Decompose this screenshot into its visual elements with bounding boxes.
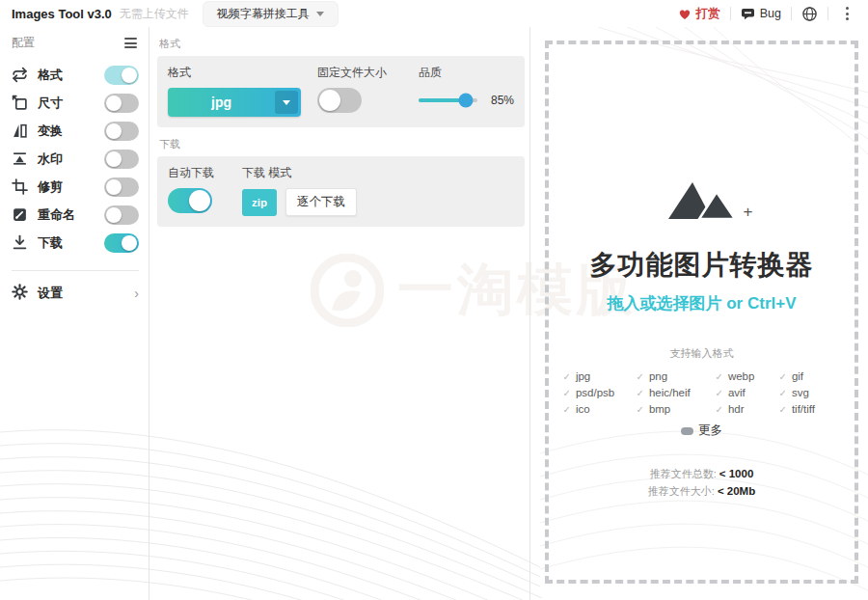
format-select-value: jpg <box>168 95 275 110</box>
sidebar-header: 配置 <box>12 35 139 51</box>
download-section-title: 下载 <box>159 137 525 151</box>
crop-icon <box>12 178 28 195</box>
image-dropzone[interactable]: + 多功能图片转换器 拖入或选择图片 or Ctrl+V 支持输入格式 ✓jpg… <box>545 41 858 584</box>
dropzone-content: + 多功能图片转换器 拖入或选择图片 or Ctrl+V 支持输入格式 ✓jpg… <box>549 44 854 500</box>
sidebar-item-label: 变换 <box>38 123 63 140</box>
chevron-down-icon <box>316 12 324 16</box>
format-item: ✓jpg <box>563 370 637 382</box>
sidebar-item-settings[interactable]: 设置 › <box>12 279 139 308</box>
bug-bubble-icon <box>741 8 755 20</box>
config-panel: 格式 格式 jpg 固定文件大小 品质 <box>150 27 529 600</box>
gear-icon <box>12 284 28 304</box>
auto-download-toggle[interactable] <box>168 188 212 213</box>
sidebar-item-transform[interactable]: 变换 <box>12 117 139 145</box>
sidebar-item-watermark[interactable]: 水印 <box>12 145 139 173</box>
tool-switcher-label: 视频字幕拼接工具 <box>217 6 310 22</box>
sidebar-item-resize[interactable]: 尺寸 <box>12 89 139 117</box>
format-fields-row: 格式 jpg 固定文件大小 品质 <box>168 65 514 117</box>
more-menu-button[interactable] <box>838 5 856 22</box>
format-item: ✓gif <box>779 370 841 382</box>
sidebar-item-download[interactable]: 下载 <box>12 229 139 257</box>
donate-button[interactable]: 打赏 <box>678 6 720 22</box>
bug-report-button[interactable]: Bug <box>741 7 781 20</box>
download-icon <box>12 234 28 251</box>
donate-heart-icon <box>678 8 692 20</box>
rename-edit-icon <box>12 206 28 223</box>
fixed-size-toggle[interactable] <box>317 88 362 113</box>
settings-label: 设置 <box>38 285 63 302</box>
recommend-size-value: < 20Mb <box>718 485 755 497</box>
collapse-menu-icon[interactable] <box>122 36 139 50</box>
supported-formats-grid: ✓jpg ✓png ✓webp ✓gif ✓psd/psb ✓heic/heif… <box>563 370 841 415</box>
quality-value: 85% <box>485 94 514 107</box>
sidebar-item-format[interactable]: 格式 <box>12 61 139 89</box>
check-icon: ✓ <box>563 388 571 398</box>
app-tagline: 无需上传文件 <box>120 6 189 22</box>
mode-each-button[interactable]: 逐个下载 <box>285 188 357 216</box>
recommend-size-label: 推荐文件大小: <box>648 485 715 497</box>
auto-download-field: 自动下载 <box>168 165 228 216</box>
quality-slider[interactable] <box>419 98 477 102</box>
top-header: Images Tool v3.0 无需上传文件 视频字幕拼接工具 打赏 Bug <box>0 0 868 27</box>
more-label: 更多 <box>698 423 722 439</box>
dropzone-subtitle: 拖入或选择图片 or Ctrl+V <box>549 292 854 314</box>
check-icon: ✓ <box>637 404 644 415</box>
format-toggle[interactable] <box>104 66 139 85</box>
transform-toggle[interactable] <box>104 122 139 141</box>
check-icon: ✓ <box>779 404 787 415</box>
header-actions: 打赏 Bug <box>678 5 856 22</box>
check-icon: ✓ <box>779 388 787 398</box>
bug-label: Bug <box>760 7 781 20</box>
more-formats-button[interactable]: 更多 <box>549 423 854 439</box>
mode-zip-button[interactable]: zip <box>242 189 277 216</box>
sidebar-divider <box>12 270 139 271</box>
flip-transform-icon <box>12 123 28 139</box>
watermark-icon <box>12 150 28 167</box>
check-icon: ✓ <box>716 371 723 382</box>
language-globe-icon[interactable] <box>801 6 818 22</box>
fixed-size-field: 固定文件大小 <box>317 65 404 117</box>
panel-divider <box>529 27 530 600</box>
download-mode-buttons: zip 逐个下载 <box>242 188 357 216</box>
fixed-size-label: 固定文件大小 <box>317 65 404 81</box>
format-section-title: 格式 <box>159 37 525 51</box>
format-item: ✓heic/heif <box>637 387 716 398</box>
download-mode-label: 下载 模式 <box>242 165 357 181</box>
format-select[interactable]: jpg <box>168 88 301 117</box>
donate-label: 打赏 <box>696 6 720 22</box>
config-sidebar: 配置 格式 尺寸 <box>0 27 149 600</box>
more-pill-icon <box>681 427 693 435</box>
sidebar-item-crop[interactable]: 修剪 <box>12 173 139 201</box>
crop-toggle[interactable] <box>104 177 139 197</box>
download-mode-field: 下载 模式 zip 逐个下载 <box>242 165 357 216</box>
format-item: ✓bmp <box>637 403 716 415</box>
recommend-count-line: 推荐文件总数:< 1000 <box>549 465 854 482</box>
resize-toggle[interactable] <box>104 94 139 113</box>
app-title: Images Tool v3.0 <box>12 7 112 21</box>
sidebar-item-label: 修剪 <box>38 178 63 196</box>
chevron-right-icon: › <box>134 286 139 301</box>
sidebar-item-label: 下载 <box>38 234 63 252</box>
format-item: ✓svg <box>779 387 841 398</box>
chevron-down-icon <box>275 91 298 114</box>
check-icon: ✓ <box>716 404 723 415</box>
sidebar-item-rename[interactable]: 重命名 <box>12 201 139 229</box>
auto-download-label: 自动下载 <box>168 165 228 181</box>
watermark-toggle[interactable] <box>104 150 139 169</box>
sidebar-item-label: 尺寸 <box>38 95 63 112</box>
rename-toggle[interactable] <box>104 205 139 225</box>
sidebar-item-label: 水印 <box>38 150 63 168</box>
recommend-size-line: 推荐文件大小:< 20Mb <box>549 482 854 500</box>
quality-slider-knob[interactable] <box>458 94 473 108</box>
image-mountains-icon: + <box>666 177 738 224</box>
format-item: ✓avif <box>716 387 779 398</box>
download-toggle[interactable] <box>104 233 139 253</box>
format-item: ✓hdr <box>716 403 779 415</box>
recommendations: 推荐文件总数:< 1000 推荐文件大小:< 20Mb <box>549 465 854 500</box>
tool-switcher-dropdown[interactable]: 视频字幕拼接工具 <box>203 1 339 27</box>
sidebar-item-label: 重命名 <box>38 206 75 224</box>
format-field: 格式 jpg <box>168 65 303 117</box>
supported-formats-title: 支持输入格式 <box>549 346 854 361</box>
repeat-icon <box>12 67 28 83</box>
quality-label: 品质 <box>419 65 514 81</box>
